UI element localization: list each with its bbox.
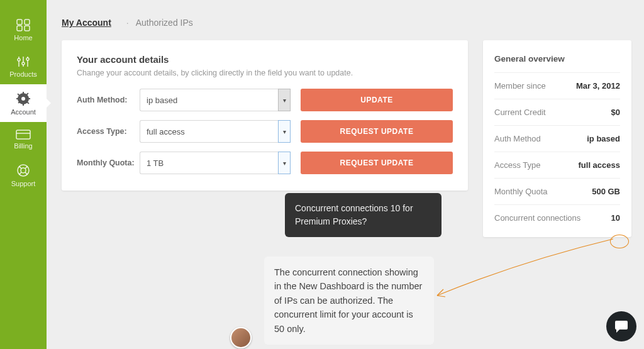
card-icon xyxy=(16,130,31,140)
avatar xyxy=(230,327,252,348)
svg-line-27 xyxy=(19,172,22,175)
chat-icon xyxy=(614,319,629,333)
row-label: Auth Method: xyxy=(77,96,140,104)
sidebar-item-support[interactable]: Support xyxy=(0,156,47,194)
chat-question-bubble: Concurrent connections 10 for Premium Pr… xyxy=(285,193,441,237)
svg-line-24 xyxy=(19,167,22,169)
sidebar-item-home[interactable]: Home xyxy=(0,11,47,48)
request-update-access-button[interactable]: REQUEST UPDATE xyxy=(301,120,453,143)
row-label: Monthly Quota: xyxy=(77,158,140,167)
sidebar-item-label: Account xyxy=(11,108,36,116)
chevron-down-icon[interactable]: ▾ xyxy=(278,120,291,143)
lifebuoy-icon xyxy=(16,163,30,177)
breadcrumb-separator: · xyxy=(126,18,129,28)
sidebar-item-label: Products xyxy=(9,70,36,78)
row-access-type: Access Type: ▾ REQUEST UPDATE xyxy=(77,120,453,143)
sidebar-item-account[interactable]: Account xyxy=(0,84,47,122)
row-auth-method: Auth Method: ▾ UPDATE xyxy=(77,89,453,111)
request-update-quota-button[interactable]: REQUEST UPDATE xyxy=(301,152,453,174)
svg-rect-2 xyxy=(17,26,22,31)
svg-line-26 xyxy=(25,167,28,169)
monthly-quota-select[interactable]: ▾ xyxy=(140,152,291,174)
overview-row-current-credit: Current Credit$0 xyxy=(494,99,620,125)
breadcrumb: My Account · Authorized IPs xyxy=(62,18,193,28)
svg-point-23 xyxy=(21,168,26,173)
overview-row-concurrent: Concurrent connections10 xyxy=(494,204,620,231)
chat-launcher-button[interactable] xyxy=(606,311,636,341)
card-subtitle: Change your account details, by clicking… xyxy=(77,69,453,77)
svg-point-5 xyxy=(18,58,20,61)
home-icon xyxy=(16,19,30,31)
chat-answer-bubble: The concurrent connection showing in the… xyxy=(264,257,434,345)
sidebar-item-products[interactable]: Products xyxy=(0,48,47,84)
chat-answer-text: The concurrent connection showing in the… xyxy=(274,267,422,334)
row-monthly-quota: Monthly Quota: ▾ REQUEST UPDATE xyxy=(77,152,453,174)
overview-row-member-since: Member sinceMar 3, 2012 xyxy=(494,72,620,99)
sliders-icon xyxy=(16,55,30,68)
svg-rect-0 xyxy=(17,19,22,25)
gear-icon xyxy=(16,92,30,106)
overview-title: General overview xyxy=(494,54,620,64)
chat-question-text: Concurrent connections 10 for Premium Pr… xyxy=(295,203,413,226)
breadcrumb-secondary[interactable]: Authorized IPs xyxy=(136,18,193,28)
svg-rect-1 xyxy=(25,19,30,25)
svg-rect-3 xyxy=(25,26,30,31)
sidebar-item-billing[interactable]: Billing xyxy=(0,122,47,156)
svg-point-9 xyxy=(26,58,29,60)
svg-point-11 xyxy=(21,97,25,101)
sidebar-item-label: Support xyxy=(11,180,36,187)
overview-row-monthly-quota: Monthly Quota500 GB xyxy=(494,178,620,204)
update-button[interactable]: UPDATE xyxy=(301,89,453,111)
sidebar: Home Products Account Billing Support xyxy=(0,0,47,349)
overview-row-access-type: Access Typefull access xyxy=(494,152,620,178)
overview-row-auth-method: Auth Methodip based xyxy=(494,125,620,152)
svg-rect-12 xyxy=(23,92,24,94)
svg-rect-14 xyxy=(16,98,19,99)
sidebar-item-label: Home xyxy=(14,34,32,42)
row-label: Access Type: xyxy=(77,127,140,136)
chevron-down-icon[interactable]: ▾ xyxy=(278,89,291,111)
sidebar-item-label: Billing xyxy=(14,142,32,150)
card-title: Your account details xyxy=(77,54,453,65)
breadcrumb-current[interactable]: My Account xyxy=(62,18,111,28)
chevron-down-icon[interactable]: ▾ xyxy=(278,152,291,174)
svg-line-25 xyxy=(25,172,28,175)
access-type-select[interactable]: ▾ xyxy=(140,120,291,143)
svg-rect-13 xyxy=(23,103,24,106)
account-details-card: Your account details Change your account… xyxy=(62,40,468,191)
annotation-circle xyxy=(610,235,629,248)
svg-rect-15 xyxy=(28,98,30,99)
svg-rect-20 xyxy=(16,130,30,139)
auth-method-select[interactable]: ▾ xyxy=(140,89,291,111)
svg-point-7 xyxy=(22,62,25,65)
monthly-quota-input[interactable] xyxy=(140,152,291,174)
annotation-arrow xyxy=(428,236,616,305)
access-type-input[interactable] xyxy=(140,120,291,143)
auth-method-input[interactable] xyxy=(140,89,291,111)
general-overview-card: General overview Member sinceMar 3, 2012… xyxy=(483,40,631,237)
